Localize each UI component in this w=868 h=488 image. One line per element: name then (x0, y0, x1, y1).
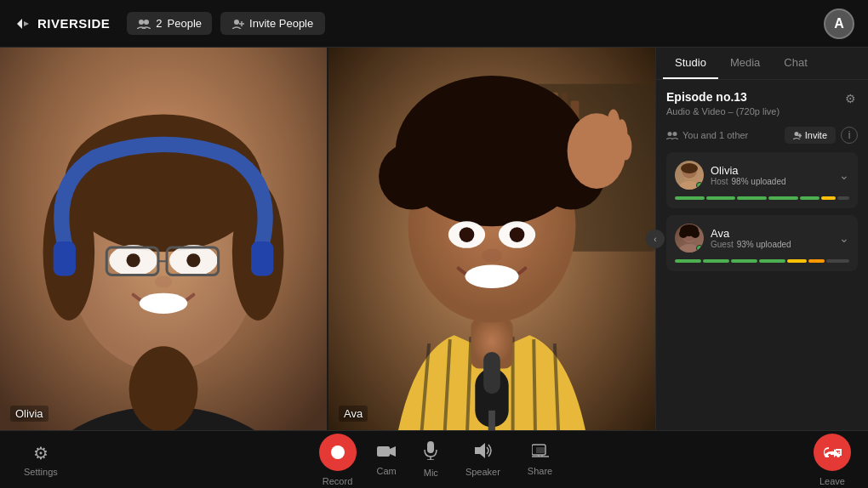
participants-count: You and 1 other (666, 130, 748, 140)
participant-card-ava: Ava Guest 93% uploaded ⌄ (666, 215, 858, 271)
video-panel-ava: Ava (327, 48, 655, 430)
bar-seg (768, 196, 798, 200)
svg-point-2 (234, 20, 239, 25)
share-icon (532, 443, 549, 462)
toolbar-left: ⚙ Settings (17, 440, 65, 480)
svg-rect-56 (483, 352, 500, 394)
invite-small-icon (793, 131, 802, 139)
olivia-video-label: Olivia (10, 406, 49, 422)
bar-seg (826, 259, 849, 263)
ava-upload: 93% uploaded (737, 240, 791, 249)
episode-header: Episode no.13 Audio & Video – (720p live… (666, 90, 858, 116)
people-button[interactable]: 2 People (127, 12, 212, 35)
svg-rect-73 (427, 441, 434, 453)
avatar-ava (675, 224, 704, 253)
tab-chat[interactable]: Chat (772, 48, 819, 79)
svg-point-58 (673, 132, 677, 136)
svg-point-1 (144, 20, 149, 25)
avatar-letter: A (834, 16, 844, 31)
svg-point-48 (620, 133, 632, 161)
olivia-expand-button[interactable]: ⌄ (839, 168, 849, 182)
ava-video-content (328, 48, 655, 430)
svg-point-9 (65, 114, 262, 252)
bar-seg (787, 259, 807, 263)
leave-label: Leave (819, 476, 845, 486)
share-button[interactable]: Share (521, 440, 559, 479)
leave-button[interactable] (814, 434, 851, 471)
olivia-upload-bar (675, 196, 849, 200)
ava-online-indicator (696, 245, 703, 252)
video-bg-ava (328, 48, 655, 430)
participants-icon (666, 131, 678, 139)
svg-point-65 (681, 163, 698, 173)
user-avatar-button[interactable]: A (824, 9, 854, 39)
cam-button[interactable]: Cam (370, 440, 403, 479)
leave-wrapper: Leave (814, 434, 851, 486)
mic-button[interactable]: Mic (417, 438, 445, 481)
sidebar-collapse-button[interactable]: ‹ (646, 230, 665, 248)
svg-point-52 (510, 227, 525, 242)
participant-top-ava: Ava Guest 93% uploaded ⌄ (675, 224, 849, 253)
sidebar-content: Episode no.13 Audio & Video – (720p live… (656, 80, 868, 430)
ava-video-label: Ava (339, 406, 368, 422)
record-button[interactable] (319, 434, 357, 471)
settings-icon: ⚙ (33, 443, 49, 463)
svg-point-51 (460, 227, 475, 242)
video-panel-olivia: Olivia (0, 48, 327, 430)
ava-upload-bar (675, 259, 849, 263)
cam-icon (377, 443, 396, 462)
svg-marker-76 (475, 443, 485, 458)
bar-seg (821, 196, 836, 200)
invite-button[interactable]: Invite (785, 127, 836, 144)
svg-point-54 (482, 249, 502, 263)
mic-label: Mic (424, 468, 438, 478)
record-label: Record (323, 476, 352, 486)
invite-people-button[interactable]: Invite People (220, 12, 325, 35)
bar-seg (675, 259, 701, 263)
leave-icon (823, 446, 842, 458)
participant-info-ava: Ava Guest 93% uploaded (711, 227, 791, 249)
bar-seg (737, 196, 767, 200)
svg-point-53 (465, 265, 518, 289)
people-label: People (168, 17, 202, 30)
episode-title: Episode no.13 (666, 90, 779, 104)
cam-label: Cam (377, 466, 397, 476)
toolbar: ⚙ Settings Record Cam (0, 430, 868, 488)
bar-seg (706, 196, 736, 200)
bar-seg (837, 196, 849, 200)
episode-settings-button[interactable]: ⚙ (843, 90, 858, 107)
invite-btn-label: Invite (805, 130, 827, 140)
svg-point-21 (186, 253, 200, 267)
participant-card-olivia: Olivia Host 98% uploaded ⌄ (666, 152, 858, 208)
bar-seg (675, 196, 705, 200)
toolbar-right: Leave (814, 434, 851, 486)
svg-point-23 (155, 275, 172, 287)
participants-label: You and 1 other (682, 130, 748, 140)
svg-rect-14 (251, 241, 273, 275)
participant-left-ava: Ava Guest 93% uploaded (675, 224, 791, 253)
olivia-upload: 98% uploaded (732, 177, 786, 186)
tab-studio[interactable]: Studio (663, 48, 718, 79)
tab-media[interactable]: Media (718, 48, 772, 79)
speaker-icon (473, 442, 492, 463)
info-button[interactable]: i (841, 127, 858, 144)
svg-rect-13 (54, 241, 76, 275)
avatar-olivia (675, 161, 704, 190)
record-dot (331, 445, 345, 459)
main-content: Olivia (0, 48, 868, 430)
svg-point-71 (691, 230, 700, 238)
sidebar-tabs: Studio Media Chat (656, 48, 868, 80)
speaker-button[interactable]: Speaker (459, 439, 507, 480)
episode-subtitle: Audio & Video – (720p live) (666, 106, 779, 116)
svg-point-20 (127, 253, 140, 267)
ava-name: Ava (711, 227, 791, 240)
participant-left-olivia: Olivia Host 98% uploaded (675, 161, 786, 190)
mic-icon (424, 441, 437, 464)
ava-expand-button[interactable]: ⌄ (839, 231, 849, 245)
bar-seg (759, 259, 785, 263)
people-count: 2 (156, 17, 162, 30)
episode-info: Episode no.13 Audio & Video – (720p live… (666, 90, 779, 116)
bar-seg (703, 259, 729, 263)
invite-people-label: Invite People (249, 17, 313, 30)
settings-button[interactable]: ⚙ Settings (17, 440, 65, 480)
